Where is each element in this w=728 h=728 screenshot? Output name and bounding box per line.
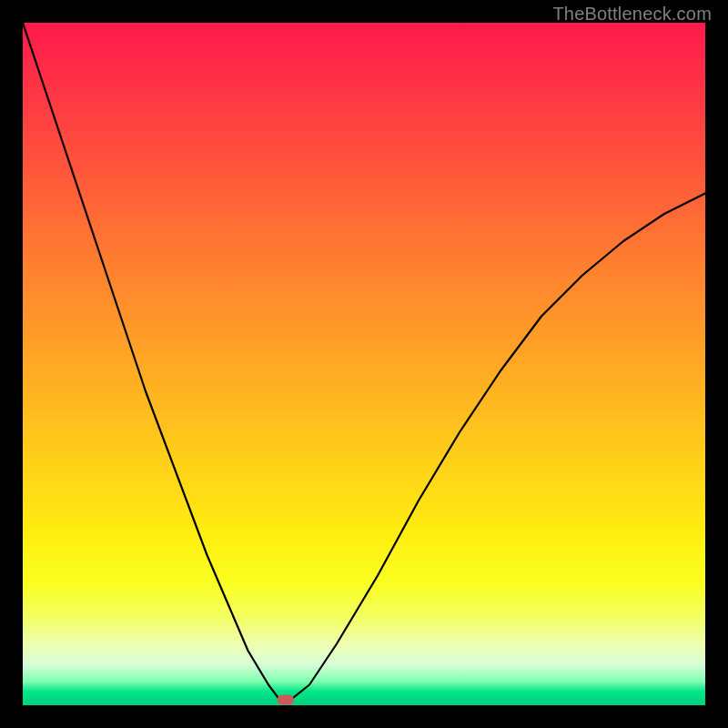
- curve-layer: [23, 23, 705, 705]
- bottleneck-curve: [23, 23, 705, 699]
- optimal-point-marker: [278, 695, 294, 705]
- watermark-text: TheBottleneck.com: [552, 4, 712, 25]
- chart-frame: TheBottleneck.com: [0, 0, 728, 728]
- plot-area: [23, 23, 705, 705]
